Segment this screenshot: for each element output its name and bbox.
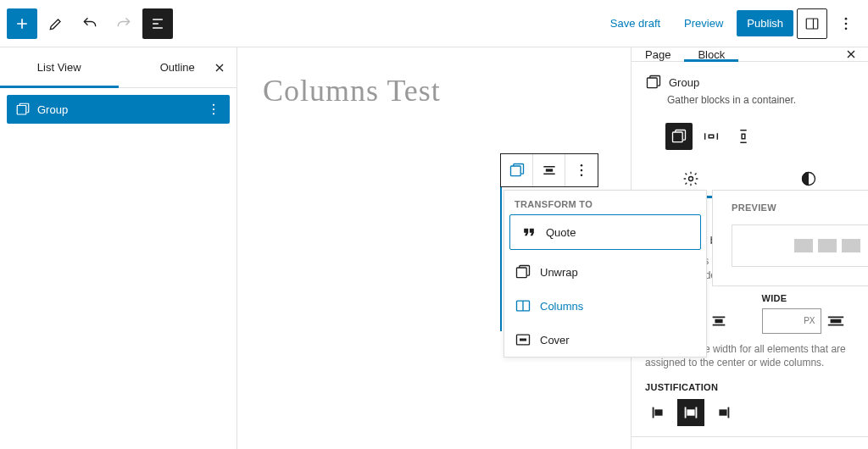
group-icon bbox=[515, 263, 531, 280]
preview-header: PREVIEW bbox=[732, 202, 868, 213]
post-title[interactable]: Columns Test bbox=[263, 73, 605, 108]
list-item-label: Group bbox=[37, 103, 68, 116]
svg-point-18 bbox=[688, 177, 693, 181]
justify-center-button[interactable] bbox=[677, 399, 704, 426]
svg-point-1 bbox=[845, 17, 848, 19]
undo-button[interactable] bbox=[75, 8, 105, 39]
plus-icon bbox=[14, 15, 31, 32]
variant-row[interactable] bbox=[698, 123, 725, 150]
block-description: Gather blocks in a container. bbox=[667, 94, 854, 106]
transform-option-label: Unwrap bbox=[540, 266, 578, 279]
document-overview-button[interactable] bbox=[142, 8, 173, 39]
add-block-button[interactable] bbox=[7, 8, 37, 39]
transform-option-label: Cover bbox=[540, 334, 570, 346]
justify-right-button[interactable] bbox=[709, 399, 737, 426]
transform-option-columns[interactable]: Columns bbox=[504, 289, 706, 323]
sidebar-tabs: Page Block bbox=[632, 47, 868, 62]
transform-option-quote[interactable]: Quote bbox=[509, 214, 701, 250]
list-item-group[interactable]: Group bbox=[7, 95, 230, 124]
svg-rect-17 bbox=[673, 132, 683, 142]
align-icon bbox=[541, 162, 558, 179]
sidebar-icon bbox=[804, 16, 820, 31]
svg-point-3 bbox=[845, 27, 848, 30]
publish-button[interactable]: Publish bbox=[737, 10, 793, 36]
svg-point-5 bbox=[213, 104, 214, 106]
redo-button[interactable] bbox=[108, 8, 139, 39]
document-overview-panel: List View Outline Group bbox=[0, 47, 237, 449]
block-type-button[interactable] bbox=[501, 154, 533, 186]
editor-canvas[interactable]: Columns Test TRANSFORM TO Quote Unwrap bbox=[237, 47, 631, 449]
svg-rect-0 bbox=[806, 19, 818, 29]
pencil-icon bbox=[47, 15, 64, 32]
variant-group[interactable] bbox=[665, 123, 693, 150]
preview-button[interactable]: Preview bbox=[674, 10, 733, 36]
svg-point-2 bbox=[845, 22, 848, 25]
group-icon bbox=[670, 128, 687, 145]
wide-width-label: WIDE bbox=[762, 293, 855, 303]
transform-popover: TRANSFORM TO Quote Unwrap Columns Cover bbox=[504, 190, 707, 358]
align-wide-icon[interactable] bbox=[826, 312, 845, 330]
tab-page[interactable]: Page bbox=[632, 47, 684, 61]
svg-rect-20 bbox=[655, 410, 661, 415]
svg-point-7 bbox=[213, 113, 214, 114]
more-options-button[interactable] bbox=[831, 8, 861, 39]
stack-icon bbox=[734, 127, 753, 146]
svg-rect-21 bbox=[687, 410, 693, 415]
quote-icon bbox=[520, 224, 537, 241]
close-icon bbox=[844, 47, 858, 61]
preview-box bbox=[732, 224, 868, 267]
edit-mode-button[interactable] bbox=[41, 8, 71, 39]
tab-block[interactable]: Block bbox=[684, 47, 738, 61]
position-panel: Position bbox=[632, 437, 868, 449]
kebab-icon bbox=[573, 162, 590, 179]
justify-left-button[interactable] bbox=[645, 399, 672, 426]
justify-left-icon bbox=[649, 403, 668, 422]
svg-rect-15 bbox=[520, 339, 526, 341]
undo-icon bbox=[81, 15, 98, 32]
row-icon bbox=[702, 127, 721, 146]
variant-stack[interactable] bbox=[730, 123, 757, 150]
block-card: Group Gather blocks in a container. bbox=[632, 62, 868, 114]
svg-rect-22 bbox=[720, 410, 726, 415]
justification-label: JUSTIFICATION bbox=[645, 382, 854, 392]
svg-rect-16 bbox=[648, 78, 658, 88]
list-item-options[interactable] bbox=[206, 102, 221, 117]
main: List View Outline Group Columns Test bbox=[0, 47, 868, 449]
transform-preview: PREVIEW bbox=[712, 190, 868, 286]
columns-icon bbox=[515, 297, 531, 314]
svg-rect-4 bbox=[17, 106, 26, 115]
svg-point-6 bbox=[213, 108, 214, 110]
justification-controls bbox=[645, 399, 854, 426]
preview-column bbox=[842, 239, 860, 252]
group-icon bbox=[645, 74, 662, 91]
toolbar-right: Save draft Preview Publish bbox=[600, 8, 861, 39]
svg-rect-12 bbox=[517, 268, 527, 278]
block-name: Group bbox=[669, 76, 699, 89]
close-sidebar-button[interactable] bbox=[834, 47, 868, 61]
styles-icon bbox=[800, 170, 817, 187]
overview-tabs: List View Outline bbox=[0, 47, 236, 88]
save-draft-button[interactable]: Save draft bbox=[600, 10, 670, 36]
list-view-body: Group bbox=[0, 88, 236, 130]
transform-option-cover[interactable]: Cover bbox=[504, 323, 706, 357]
sidebar-toggle-button[interactable] bbox=[797, 8, 827, 39]
block-more-button[interactable] bbox=[565, 154, 598, 186]
close-icon bbox=[213, 61, 226, 75]
tab-list-view[interactable]: List View bbox=[0, 47, 119, 87]
justify-right-icon bbox=[714, 403, 732, 422]
wide-width-col: WIDE bbox=[762, 293, 855, 334]
block-align-button[interactable] bbox=[533, 154, 565, 186]
cover-icon bbox=[515, 331, 531, 348]
block-toolbar bbox=[500, 153, 598, 187]
preview-column bbox=[818, 239, 837, 252]
group-variations bbox=[632, 114, 868, 160]
justify-center-icon bbox=[682, 403, 700, 422]
transform-option-unwrap[interactable]: Unwrap bbox=[504, 255, 706, 289]
wide-width-input[interactable] bbox=[762, 308, 821, 334]
close-overview-button[interactable] bbox=[209, 58, 230, 78]
align-center-icon[interactable] bbox=[709, 312, 728, 330]
preview-column bbox=[794, 239, 813, 252]
gear-icon bbox=[682, 170, 699, 187]
svg-point-10 bbox=[581, 169, 583, 172]
svg-point-9 bbox=[581, 164, 583, 167]
